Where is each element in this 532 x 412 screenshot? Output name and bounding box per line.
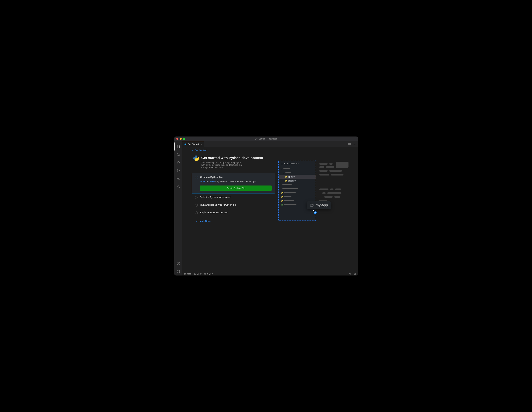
svg-rect-7 bbox=[179, 178, 180, 179]
more-actions-icon[interactable] bbox=[353, 143, 356, 146]
status-problems[interactable]: 0 0 bbox=[204, 273, 213, 275]
walkthrough-illustration: EXPLORER: MY-APP ⌄ ⌄ app.py bbox=[278, 160, 350, 222]
window-zoom-button[interactable] bbox=[183, 138, 185, 140]
status-feedback-icon[interactable] bbox=[349, 273, 351, 275]
tab-close-icon[interactable]: ✕ bbox=[200, 143, 202, 146]
python-file-icon bbox=[281, 192, 283, 194]
illus-cursor-add-icon bbox=[313, 209, 317, 214]
status-branch[interactable]: main bbox=[184, 273, 191, 275]
step-title: Create a Python file bbox=[200, 176, 272, 178]
accounts-icon[interactable] bbox=[174, 259, 182, 267]
illus-drag-folder-label: my-app bbox=[316, 203, 328, 207]
source-control-tab-icon[interactable] bbox=[174, 158, 182, 166]
sync-icon bbox=[194, 273, 196, 275]
open-link[interactable]: Open bbox=[200, 180, 206, 183]
step-create-python-file[interactable]: Create a Python file Open or create a Py… bbox=[192, 173, 275, 193]
window-title: Get Started — notebook bbox=[174, 138, 358, 140]
step-explore-resources[interactable]: Explore more resources bbox=[192, 209, 275, 217]
titlebar: Get Started — notebook bbox=[174, 137, 358, 141]
breadcrumb-back[interactable]: Get Started bbox=[192, 149, 275, 152]
chevron-down-icon: ⌄ bbox=[283, 172, 285, 174]
chevron-right-icon: › bbox=[281, 187, 281, 190]
illus-explorer-panel: EXPLORER: MY-APP ⌄ ⌄ app.py bbox=[278, 160, 316, 221]
vscode-icon bbox=[184, 143, 187, 146]
svg-rect-6 bbox=[177, 179, 178, 180]
branch-name: main bbox=[187, 273, 191, 275]
svg-point-2 bbox=[177, 163, 178, 164]
explorer-tab-icon[interactable] bbox=[174, 143, 182, 150]
chevron-right-icon: › bbox=[281, 183, 281, 186]
settings-gear-icon[interactable] bbox=[174, 267, 182, 275]
svg-point-9 bbox=[178, 263, 179, 264]
tab-label: Get Started bbox=[188, 143, 199, 146]
step-title: Select a Python Interpreter bbox=[200, 196, 231, 199]
step-radio-icon bbox=[195, 196, 198, 199]
illus-file-app: app.py bbox=[288, 175, 295, 178]
step-run-debug[interactable]: Run and debug your Python file bbox=[192, 201, 275, 209]
step-radio-icon bbox=[195, 211, 198, 214]
python-file-icon bbox=[285, 175, 287, 178]
sync-counts: 0↓ 4↑ bbox=[197, 273, 202, 275]
svg-point-19 bbox=[185, 273, 186, 274]
step-radio-icon bbox=[195, 204, 198, 207]
status-sync[interactable]: 0↓ 4↑ bbox=[194, 273, 202, 275]
svg-point-12 bbox=[353, 144, 354, 144]
svg-point-14 bbox=[355, 144, 355, 144]
extensions-tab-icon[interactable] bbox=[174, 174, 182, 183]
search-tab-icon[interactable] bbox=[174, 150, 182, 158]
testing-tab-icon[interactable] bbox=[174, 183, 182, 191]
illus-code-panel bbox=[319, 162, 349, 201]
error-icon bbox=[204, 273, 206, 275]
step-description: Open or create a Python file - make sure… bbox=[200, 180, 272, 183]
svg-point-0 bbox=[177, 153, 179, 156]
split-editor-icon[interactable] bbox=[348, 143, 351, 146]
step-radio-icon bbox=[195, 176, 198, 179]
illus-code-block bbox=[336, 162, 349, 168]
svg-point-3 bbox=[179, 162, 180, 163]
svg-rect-5 bbox=[177, 177, 178, 178]
python-file-icon bbox=[285, 180, 287, 182]
window-close-button[interactable] bbox=[176, 138, 178, 140]
walkthrough-hero: Get started with Python development Your… bbox=[192, 156, 275, 169]
git-branch-icon bbox=[184, 273, 186, 275]
python-file-icon bbox=[281, 200, 283, 202]
python-file-icon bbox=[281, 196, 283, 198]
warning-count: 0 bbox=[212, 273, 214, 275]
window-minimize-button[interactable] bbox=[180, 138, 182, 140]
svg-point-10 bbox=[178, 271, 179, 272]
step-title: Explore more resources bbox=[200, 211, 228, 214]
illus-drag-folder-chip: my-app bbox=[307, 201, 331, 209]
activity-bar bbox=[174, 141, 182, 275]
error-count: 0 bbox=[207, 273, 208, 275]
warning-icon bbox=[209, 273, 211, 275]
svg-rect-15 bbox=[281, 204, 283, 205]
svg-point-21 bbox=[349, 273, 350, 274]
check-all-icon bbox=[195, 220, 198, 222]
tab-get-started[interactable]: Get Started ✕ bbox=[182, 141, 204, 147]
chevron-down-icon: ⌄ bbox=[281, 167, 282, 170]
vscode-window: Get Started — notebook bbox=[174, 137, 358, 275]
tab-bar: Get Started ✕ bbox=[182, 141, 358, 147]
run-debug-tab-icon[interactable] bbox=[174, 166, 182, 174]
svg-point-17 bbox=[184, 273, 185, 274]
create-link[interactable]: create bbox=[209, 180, 215, 183]
create-python-file-button[interactable]: Create Python File bbox=[200, 185, 272, 191]
chevron-left-icon bbox=[192, 149, 194, 151]
svg-point-18 bbox=[184, 274, 185, 275]
illus-file-tests: tests.py bbox=[288, 180, 296, 182]
svg-point-1 bbox=[177, 161, 178, 162]
page-title: Get started with Python development bbox=[201, 156, 263, 160]
page-subtitle: Your first steps to set up a Python proj… bbox=[201, 161, 243, 169]
status-bell-icon[interactable] bbox=[354, 273, 356, 275]
status-bar: main 0↓ 4↑ 0 0 bbox=[182, 272, 358, 275]
python-logo-icon bbox=[193, 156, 199, 161]
mark-done-label: Mark Done bbox=[200, 220, 211, 222]
step-title: Run and debug your Python file bbox=[200, 203, 237, 206]
mark-done-button[interactable]: Mark Done bbox=[195, 220, 275, 222]
svg-point-13 bbox=[354, 144, 354, 144]
breadcrumb-label: Get Started bbox=[195, 149, 207, 152]
folder-icon bbox=[310, 203, 314, 207]
illus-explorer-title: EXPLORER: MY-APP bbox=[280, 163, 314, 165]
step-select-interpreter[interactable]: Select a Python Interpreter bbox=[192, 193, 275, 201]
spreadsheet-file-icon bbox=[281, 204, 283, 206]
